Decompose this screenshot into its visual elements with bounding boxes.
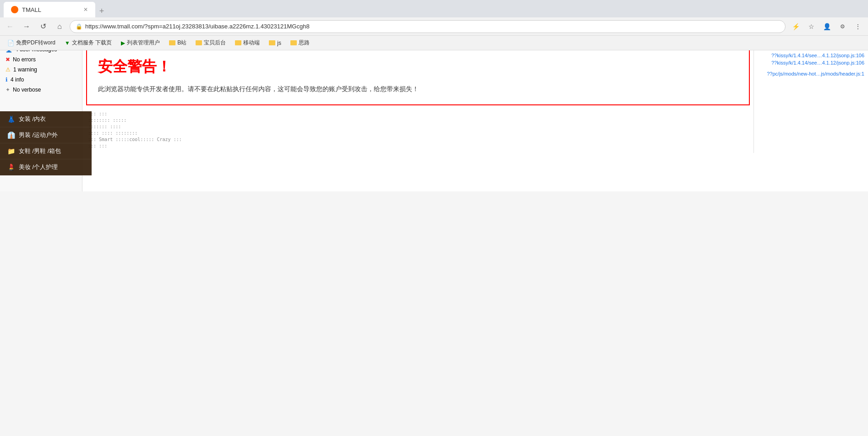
sidebar-label: No errors [13, 56, 36, 63]
folder-icon [290, 40, 297, 45]
user-icon: 👤 [5, 50, 12, 53]
devtools-main: ⚠ ▶ [Deprecation] Web MIDI will ask a pe… [82, 50, 868, 191]
cat-label: 美妆 /个人护理 [19, 163, 58, 171]
ascii-line: ::: ::: [88, 111, 748, 117]
tab-title: TMALL [22, 6, 41, 13]
home-button[interactable]: ⌂ [53, 20, 66, 33]
sidebar-label: 4 info [11, 76, 24, 83]
folder-icon [196, 40, 202, 45]
bookmark-baobei[interactable]: 宝贝后台 [192, 38, 229, 48]
sidebar-label: 4 user messages [15, 50, 57, 53]
cat-label: 女鞋 /男鞋 /箱包 [19, 147, 61, 155]
url-text: https://www.tmall.com/?spm=a211oj.232838… [85, 23, 310, 30]
cat-item-nvxie[interactable]: 📁 女鞋 /男鞋 /箱包 [0, 143, 92, 159]
folder-icon [235, 40, 241, 45]
cat-icon-meizhuang: 💄 [7, 164, 15, 171]
bookmark-docs[interactable]: ▼ 文档服务 下载页 [61, 38, 115, 48]
bookmark-label: 移动端 [243, 39, 260, 47]
bookmark-label: 宝贝后台 [204, 39, 226, 47]
active-tab[interactable]: TMALL ✕ [4, 2, 95, 17]
bookmark-star-icon[interactable]: ☆ [805, 20, 818, 33]
ascii-line: ::: Smart :::::cool::::: Crazy ::: [88, 136, 748, 143]
devtools-panel: ⬜ 📱 Elements Console Sources Network Per… [0, 50, 868, 191]
tab-favicon [11, 6, 18, 13]
bookmark-mobile[interactable]: 移动端 [231, 38, 263, 48]
verbose-icon: ✦ [5, 87, 10, 93]
menu-icon[interactable]: ⋮ [852, 20, 864, 33]
browser-window: TMALL ✕ + ← → ↺ ⌂ 🔒 https://www.tmall.co… [0, 0, 868, 191]
category-dropdown: 👗 女装 /内衣 👔 男装 /运动户外 📁 女鞋 /男鞋 /箱包 💄 [0, 111, 92, 175]
console-right-col: ??xlly/spl/rp.js,sec…s_e_88_3_f.js?v=1:4… [753, 50, 868, 153]
console-warning-row: ⚠ ▶ [Deprecation] Web MIDI will ask a pe… [82, 50, 868, 153]
bookmark-js[interactable]: js [265, 39, 285, 47]
sidebar-label: No verbose [13, 87, 41, 93]
ascii-line: ::::::: :::: [88, 124, 748, 130]
folder-icon [169, 40, 175, 45]
cat-label: 女装 /内衣 [19, 115, 46, 123]
bookmark-label: js [277, 40, 281, 46]
folder-icon [269, 40, 275, 45]
sidebar-item-user-messages[interactable]: 👤 4 user messages [0, 50, 82, 54]
sidebar-item-info[interactable]: ℹ 4 info [0, 75, 82, 85]
main-area: 喵，欢迎来天猫 请登录 免费注册 我的淘宝▾ 🛒 购物车 收藏夹▾ 📱 手机版 [0, 50, 868, 191]
cat-icon-nvzhuang: 👗 [7, 115, 15, 123]
error-icon: ✖ [5, 56, 10, 63]
bookmark-icon: 📄 [7, 40, 14, 46]
bookmark-silu[interactable]: 思路 [287, 38, 313, 48]
ascii-line: ::: ::: [88, 143, 748, 149]
file-ref-3[interactable]: ??kissy/k/1.4.14/see…4.1.12/jsonp.js:106 [756, 52, 866, 59]
devtools-body: ▶ 5 messages 👤 4 user messages ✖ No erro… [0, 50, 868, 191]
bookmark-bilibili[interactable]: B站 [165, 38, 190, 48]
console-main-col: ⚠ ▶ [Deprecation] Web MIDI will ask a pe… [82, 50, 753, 153]
file-ref-5[interactable]: ??pc/js/mods/new-hot…js/mods/header.js:1 [756, 70, 866, 77]
bookmark-label: 列表管理用户 [127, 39, 160, 47]
lightning-icon[interactable]: ⚡ [789, 20, 802, 33]
nav-bar: ← → ↺ ⌂ 🔒 https://www.tmall.com/?spm=a21… [0, 17, 868, 36]
tab-bar: TMALL ✕ + [0, 0, 868, 17]
sidebar-item-verbose[interactable]: ✦ No verbose [0, 85, 82, 95]
bookmark-label: 文档服务 下载页 [72, 39, 112, 47]
lock-icon: 🔒 [76, 23, 82, 30]
forward-button[interactable]: → [20, 20, 33, 33]
cat-item-meizhuang[interactable]: 💄 美妆 /个人护理 [0, 159, 92, 175]
sidebar-item-warnings[interactable]: ⚠ 1 warning [0, 65, 82, 75]
new-tab-button[interactable]: + [95, 5, 108, 17]
cat-item-nvzhuang[interactable]: 👗 女装 /内衣 [0, 111, 92, 127]
cat-icon-nvxie: 📁 [7, 147, 15, 155]
back-button[interactable]: ← [4, 20, 16, 33]
bookmark-list[interactable]: ▶ 列表管理用户 [117, 38, 164, 48]
sidebar-item-errors[interactable]: ✖ No errors [0, 54, 82, 65]
security-warning-box: 安全警告！ 此浏览器功能专供开发者使用。请不要在此粘贴执行任何内容，这可能会导致… [86, 50, 750, 105]
cat-item-nanzhuang[interactable]: 👔 男装 /运动户外 [0, 127, 92, 143]
nav-right-icons: ⚡ ☆ 👤 ⚙ ⋮ [789, 20, 864, 33]
file-ref-4[interactable]: ??kissy/k/1.4.14/see…4.1.12/jsonp.js:106 [756, 59, 866, 66]
ascii-line: :::: :::: :::::::: [88, 130, 748, 136]
warning-icon: ⚠ [5, 66, 11, 73]
ascii-art: ::: ::: :::::::: ::::: ::::::: :::: ::::… [82, 107, 753, 153]
security-warning-title: 安全警告！ [98, 57, 738, 77]
reload-button[interactable]: ↺ [37, 20, 49, 33]
bookmark-label: B站 [177, 39, 186, 47]
ascii-line: :::::::: ::::: [88, 117, 748, 124]
bookmark-label: 思路 [299, 39, 310, 47]
address-bar[interactable]: 🔒 https://www.tmall.com/?spm=a211oj.2328… [70, 20, 786, 33]
extensions-icon[interactable]: ⚙ [836, 20, 849, 33]
tab-close[interactable]: ✕ [83, 6, 88, 13]
bookmark-icon: ▼ [65, 40, 70, 46]
bookmark-icon: ▶ [121, 40, 125, 46]
bookmark-pdf[interactable]: 📄 免费PDF转word [4, 38, 59, 48]
security-warning-text: 此浏览器功能专供开发者使用。请不要在此粘贴执行任何内容，这可能会导致您的账户受到… [98, 82, 738, 95]
bookmarks-bar: 📄 免费PDF转word ▼ 文档服务 下载页 ▶ 列表管理用户 B站 宝贝后台… [0, 36, 868, 50]
cat-icon-nanzhuang: 👔 [7, 131, 15, 139]
cat-label: 男装 /运动户外 [19, 131, 58, 139]
bookmark-label: 免费PDF转word [16, 39, 55, 47]
info-icon: ℹ [5, 76, 8, 83]
file-refs: ??xlly/spl/rp.js,sec…s_e_88_3_f.js?v=1:4… [754, 50, 868, 80]
sidebar-label: 1 warning [13, 66, 37, 73]
profile-icon[interactable]: 👤 [820, 20, 833, 33]
